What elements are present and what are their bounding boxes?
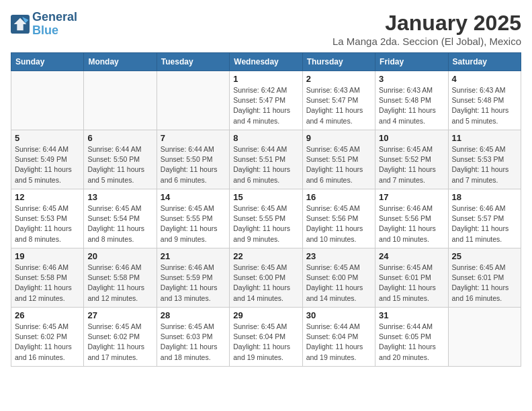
column-header-saturday: Saturday	[448, 53, 521, 71]
day-detail: Sunrise: 6:45 AMSunset: 5:51 PMDaylight:…	[306, 144, 371, 185]
day-cell: 16Sunrise: 6:45 AMSunset: 5:56 PMDayligh…	[302, 189, 375, 248]
day-detail: Sunrise: 6:46 AMSunset: 5:57 PMDaylight:…	[452, 203, 517, 244]
day-detail: Sunrise: 6:46 AMSunset: 5:59 PMDaylight:…	[161, 263, 226, 304]
day-number: 14	[161, 192, 226, 202]
day-detail: Sunrise: 6:44 AMSunset: 6:05 PMDaylight:…	[379, 322, 444, 363]
day-detail: Sunrise: 6:45 AMSunset: 6:01 PMDaylight:…	[452, 263, 517, 304]
day-detail: Sunrise: 6:45 AMSunset: 5:53 PMDaylight:…	[452, 144, 517, 185]
day-number: 24	[379, 251, 444, 261]
day-detail: Sunrise: 6:45 AMSunset: 6:00 PMDaylight:…	[306, 263, 371, 304]
title-block: January 2025 La Manga 2da. Seccion (El J…	[332, 11, 521, 47]
logo-icon	[11, 15, 30, 34]
day-detail: Sunrise: 6:46 AMSunset: 5:58 PMDaylight:…	[15, 263, 80, 304]
day-cell: 27Sunrise: 6:45 AMSunset: 6:02 PMDayligh…	[84, 308, 157, 367]
day-number: 22	[233, 251, 298, 261]
day-cell: 25Sunrise: 6:45 AMSunset: 6:01 PMDayligh…	[448, 248, 521, 308]
day-cell: 7Sunrise: 6:44 AMSunset: 5:50 PMDaylight…	[157, 130, 229, 189]
day-detail: Sunrise: 6:42 AMSunset: 5:47 PMDaylight:…	[233, 85, 298, 126]
column-header-thursday: Thursday	[302, 53, 375, 71]
calendar-body: 1Sunrise: 6:42 AMSunset: 5:47 PMDaylight…	[11, 71, 521, 367]
logo-text-line1: General	[32, 11, 77, 24]
day-cell	[448, 308, 521, 367]
day-cell: 28Sunrise: 6:45 AMSunset: 6:03 PMDayligh…	[157, 308, 229, 367]
day-detail: Sunrise: 6:46 AMSunset: 5:58 PMDaylight:…	[87, 263, 152, 304]
day-cell: 11Sunrise: 6:45 AMSunset: 5:53 PMDayligh…	[448, 130, 521, 189]
day-detail: Sunrise: 6:44 AMSunset: 6:04 PMDaylight:…	[306, 322, 371, 363]
day-number: 11	[452, 133, 517, 143]
day-number: 5	[15, 133, 80, 143]
day-cell: 26Sunrise: 6:45 AMSunset: 6:02 PMDayligh…	[11, 308, 84, 367]
day-number: 7	[161, 133, 226, 143]
day-number: 18	[452, 192, 517, 202]
day-cell: 9Sunrise: 6:45 AMSunset: 5:51 PMDaylight…	[302, 130, 375, 189]
day-cell: 29Sunrise: 6:45 AMSunset: 6:04 PMDayligh…	[230, 308, 302, 367]
column-header-friday: Friday	[375, 53, 448, 71]
day-cell: 17Sunrise: 6:46 AMSunset: 5:56 PMDayligh…	[375, 189, 448, 248]
day-cell	[11, 71, 84, 130]
day-cell: 18Sunrise: 6:46 AMSunset: 5:57 PMDayligh…	[448, 189, 521, 248]
week-row-1: 1Sunrise: 6:42 AMSunset: 5:47 PMDaylight…	[11, 71, 521, 130]
day-detail: Sunrise: 6:45 AMSunset: 6:04 PMDaylight:…	[233, 322, 298, 363]
day-detail: Sunrise: 6:45 AMSunset: 5:55 PMDaylight:…	[161, 203, 226, 244]
calendar-header-row: SundayMondayTuesdayWednesdayThursdayFrid…	[11, 53, 521, 71]
day-number: 21	[161, 251, 226, 261]
day-number: 10	[379, 133, 444, 143]
day-cell: 8Sunrise: 6:44 AMSunset: 5:51 PMDaylight…	[230, 130, 302, 189]
page-header: General Blue January 2025 La Manga 2da. …	[11, 11, 521, 47]
day-cell: 24Sunrise: 6:45 AMSunset: 6:01 PMDayligh…	[375, 248, 448, 308]
column-header-monday: Monday	[84, 53, 157, 71]
day-number: 3	[379, 74, 444, 84]
day-detail: Sunrise: 6:45 AMSunset: 6:02 PMDaylight:…	[87, 322, 152, 363]
day-detail: Sunrise: 6:45 AMSunset: 5:53 PMDaylight:…	[15, 203, 80, 244]
day-cell: 10Sunrise: 6:45 AMSunset: 5:52 PMDayligh…	[375, 130, 448, 189]
day-cell: 15Sunrise: 6:45 AMSunset: 5:55 PMDayligh…	[230, 189, 302, 248]
day-number: 29	[233, 310, 298, 320]
day-detail: Sunrise: 6:45 AMSunset: 6:02 PMDaylight:…	[15, 322, 80, 363]
day-number: 31	[379, 310, 444, 320]
week-row-2: 5Sunrise: 6:44 AMSunset: 5:49 PMDaylight…	[11, 130, 521, 189]
day-cell: 4Sunrise: 6:43 AMSunset: 5:48 PMDaylight…	[448, 71, 521, 130]
day-detail: Sunrise: 6:45 AMSunset: 5:54 PMDaylight:…	[87, 203, 152, 244]
day-number: 16	[306, 192, 371, 202]
day-number: 13	[87, 192, 152, 202]
day-cell: 2Sunrise: 6:43 AMSunset: 5:47 PMDaylight…	[302, 71, 375, 130]
day-number: 20	[87, 251, 152, 261]
day-number: 9	[306, 133, 371, 143]
day-detail: Sunrise: 6:46 AMSunset: 5:56 PMDaylight:…	[379, 203, 444, 244]
day-cell: 22Sunrise: 6:45 AMSunset: 6:00 PMDayligh…	[230, 248, 302, 308]
day-cell: 1Sunrise: 6:42 AMSunset: 5:47 PMDaylight…	[230, 71, 302, 130]
day-number: 2	[306, 74, 371, 84]
day-detail: Sunrise: 6:44 AMSunset: 5:51 PMDaylight:…	[233, 144, 298, 185]
day-number: 1	[233, 74, 298, 84]
week-row-5: 26Sunrise: 6:45 AMSunset: 6:02 PMDayligh…	[11, 308, 521, 367]
logo-text-line2: Blue	[32, 24, 77, 38]
day-number: 6	[87, 133, 152, 143]
day-detail: Sunrise: 6:43 AMSunset: 5:48 PMDaylight:…	[379, 85, 444, 126]
column-header-sunday: Sunday	[11, 53, 84, 71]
column-header-tuesday: Tuesday	[157, 53, 229, 71]
day-number: 23	[306, 251, 371, 261]
day-number: 28	[161, 310, 226, 320]
day-detail: Sunrise: 6:45 AMSunset: 6:03 PMDaylight:…	[161, 322, 226, 363]
day-cell	[84, 71, 157, 130]
day-cell: 13Sunrise: 6:45 AMSunset: 5:54 PMDayligh…	[84, 189, 157, 248]
day-detail: Sunrise: 6:45 AMSunset: 5:55 PMDaylight:…	[233, 203, 298, 244]
day-cell: 6Sunrise: 6:44 AMSunset: 5:50 PMDaylight…	[84, 130, 157, 189]
day-number: 26	[15, 310, 80, 320]
day-detail: Sunrise: 6:45 AMSunset: 6:00 PMDaylight:…	[233, 263, 298, 304]
day-cell: 12Sunrise: 6:45 AMSunset: 5:53 PMDayligh…	[11, 189, 84, 248]
logo: General Blue	[11, 11, 77, 38]
day-cell: 19Sunrise: 6:46 AMSunset: 5:58 PMDayligh…	[11, 248, 84, 308]
day-number: 12	[15, 192, 80, 202]
week-row-4: 19Sunrise: 6:46 AMSunset: 5:58 PMDayligh…	[11, 248, 521, 308]
day-detail: Sunrise: 6:45 AMSunset: 5:52 PMDaylight:…	[379, 144, 444, 185]
day-detail: Sunrise: 6:44 AMSunset: 5:49 PMDaylight:…	[15, 144, 80, 185]
day-number: 19	[15, 251, 80, 261]
day-cell: 31Sunrise: 6:44 AMSunset: 6:05 PMDayligh…	[375, 308, 448, 367]
day-cell: 20Sunrise: 6:46 AMSunset: 5:58 PMDayligh…	[84, 248, 157, 308]
month-title: January 2025	[332, 11, 521, 36]
day-detail: Sunrise: 6:45 AMSunset: 6:01 PMDaylight:…	[379, 263, 444, 304]
day-cell: 5Sunrise: 6:44 AMSunset: 5:49 PMDaylight…	[11, 130, 84, 189]
calendar-table: SundayMondayTuesdayWednesdayThursdayFrid…	[11, 52, 521, 367]
day-detail: Sunrise: 6:45 AMSunset: 5:56 PMDaylight:…	[306, 203, 371, 244]
